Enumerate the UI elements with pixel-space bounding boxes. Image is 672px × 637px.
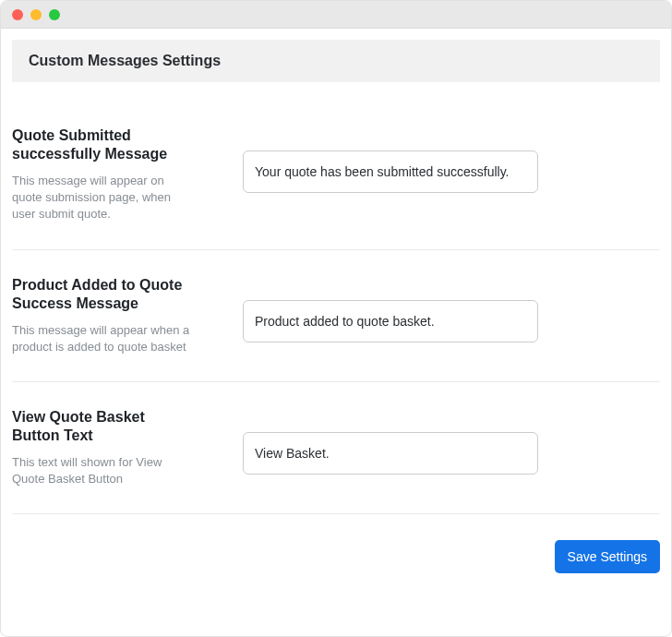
setting-input-col bbox=[243, 276, 538, 343]
product-added-message-input[interactable] bbox=[243, 300, 538, 343]
setting-label-col: View Quote Basket Button Text This text … bbox=[12, 408, 210, 487]
app-window: Custom Messages Settings Quote Submitted… bbox=[0, 0, 672, 637]
setting-description: This message will appear on quote submis… bbox=[12, 173, 196, 223]
window-titlebar bbox=[1, 1, 671, 29]
setting-description: This text will shown for View Quote Bask… bbox=[12, 454, 196, 487]
page-title: Custom Messages Settings bbox=[29, 53, 643, 69]
setting-label-col: Quote Submitted successfully Message Thi… bbox=[12, 126, 210, 223]
content-area: Custom Messages Settings Quote Submitted… bbox=[1, 29, 671, 584]
setting-row-product-added: Product Added to Quote Success Message T… bbox=[12, 276, 660, 382]
setting-description: This message will appear when a product … bbox=[12, 322, 196, 355]
setting-input-col bbox=[243, 408, 538, 475]
form-footer: Save Settings bbox=[12, 540, 660, 573]
maximize-icon[interactable] bbox=[49, 9, 60, 20]
settings-form: Quote Submitted successfully Message Thi… bbox=[12, 126, 660, 573]
view-basket-button-text-input[interactable] bbox=[243, 432, 538, 475]
setting-title: Product Added to Quote Success Message bbox=[12, 276, 196, 313]
setting-title: View Quote Basket Button Text bbox=[12, 408, 196, 445]
close-icon[interactable] bbox=[12, 9, 23, 20]
setting-row-view-basket-text: View Quote Basket Button Text This text … bbox=[12, 408, 660, 514]
minimize-icon[interactable] bbox=[30, 9, 42, 20]
setting-row-quote-submitted: Quote Submitted successfully Message Thi… bbox=[12, 126, 660, 250]
quote-submitted-message-input[interactable] bbox=[243, 150, 538, 193]
setting-title: Quote Submitted successfully Message bbox=[12, 126, 196, 163]
save-settings-button[interactable]: Save Settings bbox=[555, 540, 660, 573]
setting-label-col: Product Added to Quote Success Message T… bbox=[12, 276, 210, 355]
setting-input-col bbox=[243, 126, 538, 193]
page-header: Custom Messages Settings bbox=[12, 40, 660, 82]
